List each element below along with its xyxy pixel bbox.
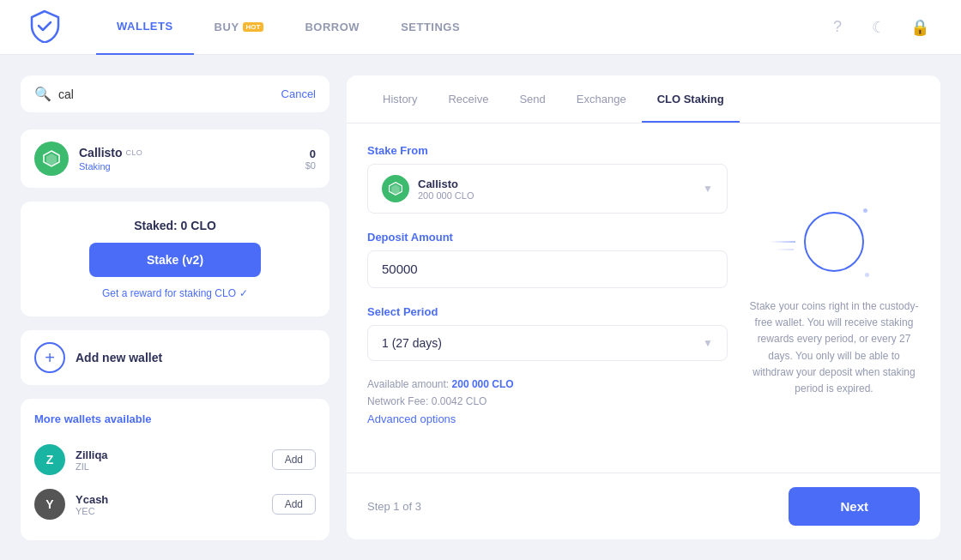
- add-icon: +: [34, 342, 65, 373]
- moon-icon[interactable]: ☾: [865, 14, 892, 41]
- period-field: Select Period 1 (27 days) ▼: [367, 305, 728, 361]
- available-row: Available amount: 200 000 CLO: [367, 378, 728, 390]
- main-content: 🔍 Cancel Callisto CLO Staking 0 $0: [0, 55, 961, 560]
- zilliqa-ticker: ZIL: [76, 461, 262, 472]
- navbar: WALLETS BUY HOT BORROW SETTINGS ? ☾ 🔒: [0, 0, 961, 55]
- tab-clo-staking[interactable]: CLO Staking: [642, 75, 740, 123]
- search-card: 🔍 Cancel: [21, 75, 329, 112]
- amount-input-wrap: [367, 250, 728, 288]
- zilliqa-avatar: Z: [34, 444, 65, 475]
- more-wallets-title: More wallets available: [34, 412, 316, 425]
- list-item: Y Ycash YEC Add: [34, 482, 316, 527]
- panel-footer: Step 1 of 3 Next: [347, 473, 940, 539]
- nav-buy[interactable]: BUY HOT: [194, 0, 285, 55]
- left-panel: 🔍 Cancel Callisto CLO Staking 0 $0: [21, 75, 329, 539]
- from-chevron-icon: ▼: [703, 183, 713, 195]
- nav-borrow[interactable]: BORROW: [284, 0, 380, 55]
- tab-receive[interactable]: Receive: [432, 75, 504, 123]
- list-item: Z Zilliqa ZIL Add: [34, 437, 316, 482]
- lock-icon[interactable]: 🔒: [906, 14, 934, 41]
- external-link-icon: ✓: [239, 287, 248, 299]
- panel-body: Stake From Callisto 200 000 CLO ▼: [347, 123, 940, 473]
- search-cancel[interactable]: Cancel: [281, 87, 316, 100]
- circle-decoration: [783, 199, 885, 285]
- stake-from-label: Stake From: [367, 144, 728, 157]
- nav-settings[interactable]: SETTINGS: [380, 0, 480, 55]
- right-panel: History Receive Send Exchange CLO Stakin…: [347, 75, 940, 539]
- tab-send[interactable]: Send: [504, 75, 560, 123]
- nav-wallets[interactable]: WALLETS: [96, 0, 194, 55]
- add-zilliqa-button[interactable]: Add: [272, 449, 316, 470]
- wallet-info: Callisto CLO Staking: [79, 146, 295, 172]
- logo: [27, 9, 62, 46]
- wallet-ticker: CLO: [126, 148, 142, 157]
- deposit-field: Deposit Amount: [367, 231, 728, 288]
- staking-card: Staked: 0 CLO Stake (v2) Get a reward fo…: [21, 202, 329, 316]
- next-button[interactable]: Next: [789, 487, 920, 526]
- deposit-label: Deposit Amount: [367, 231, 728, 244]
- wallet-avatar: [34, 142, 69, 176]
- search-icon: 🔍: [34, 86, 51, 102]
- step-label: Step 1 of 3: [367, 500, 421, 513]
- info-rows: Available amount: 200 000 CLO Network Fe…: [367, 378, 728, 425]
- stake-from-field: Stake From Callisto 200 000 CLO ▼: [367, 144, 728, 214]
- advanced-options-link[interactable]: Advanced options: [367, 412, 728, 425]
- wallet-name: Callisto CLO: [79, 146, 295, 160]
- search-row: 🔍 Cancel: [34, 86, 316, 102]
- from-name: Callisto: [418, 178, 694, 190]
- nav-actions: ? ☾ 🔒: [824, 14, 934, 41]
- available-value: 200 000 CLO: [452, 378, 514, 390]
- stake-button[interactable]: Stake (v2): [89, 243, 261, 277]
- period-chevron-icon: ▼: [703, 337, 713, 349]
- deposit-input[interactable]: [382, 262, 713, 276]
- fee-value: 0.0042 CLO: [432, 395, 487, 407]
- zilliqa-name: Zilliqa: [76, 449, 262, 461]
- reward-link[interactable]: Get a reward for staking CLO ✓: [102, 287, 248, 299]
- nav-buy-badge: HOT: [243, 22, 264, 32]
- ycash-avatar: Y: [34, 489, 65, 520]
- search-input[interactable]: [58, 87, 275, 101]
- add-wallet-label: Add new wallet: [76, 351, 162, 364]
- wallet-item-card[interactable]: Callisto CLO Staking 0 $0: [21, 129, 329, 188]
- period-selector[interactable]: 1 (27 days) ▼: [367, 325, 728, 361]
- staking-label: Staked: 0 CLO: [134, 219, 216, 232]
- more-wallets-card: More wallets available Z Zilliqa ZIL Add…: [21, 399, 329, 540]
- add-ycash-button[interactable]: Add: [272, 494, 316, 515]
- tab-history[interactable]: History: [367, 75, 432, 123]
- ycash-ticker: YEC: [76, 506, 262, 516]
- form-section: Stake From Callisto 200 000 CLO ▼: [367, 144, 728, 452]
- help-icon[interactable]: ?: [824, 14, 851, 41]
- from-avatar: [382, 175, 409, 202]
- from-amount: 200 000 CLO: [418, 190, 694, 201]
- period-value: 1 (27 days): [382, 336, 703, 350]
- info-section: Stake your coins right in the custody-fr…: [748, 144, 920, 452]
- period-label: Select Period: [367, 305, 728, 318]
- tabs-row: History Receive Send Exchange CLO Stakin…: [347, 75, 940, 123]
- info-text: Stake your coins right in the custody-fr…: [748, 298, 920, 397]
- ycash-name: Ycash: [76, 493, 262, 506]
- tab-exchange[interactable]: Exchange: [561, 75, 642, 123]
- wallet-balance: 0 $0: [305, 148, 316, 171]
- fee-row: Network Fee: 0.0042 CLO: [367, 395, 728, 407]
- wallet-sub: Staking: [79, 161, 295, 172]
- nav-links: WALLETS BUY HOT BORROW SETTINGS: [96, 0, 824, 55]
- add-wallet-card[interactable]: + Add new wallet: [21, 330, 329, 385]
- from-selector[interactable]: Callisto 200 000 CLO ▼: [367, 164, 728, 214]
